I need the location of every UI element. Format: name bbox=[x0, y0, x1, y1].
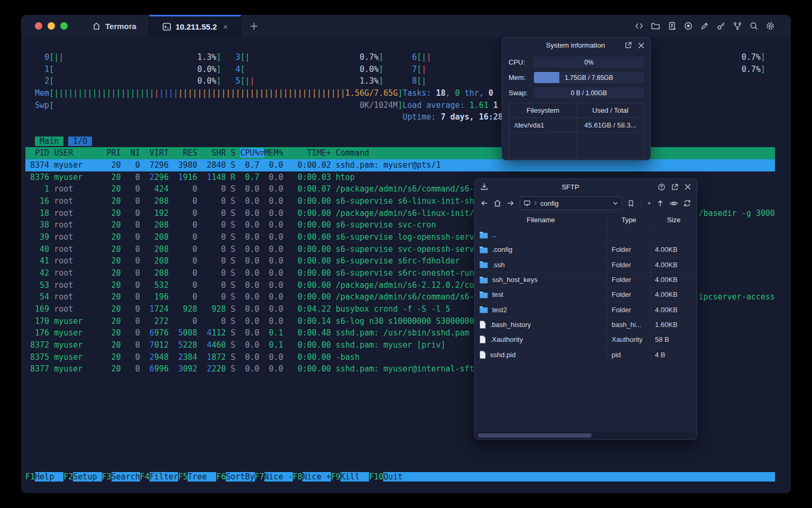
column-filename[interactable]: Filename bbox=[475, 212, 607, 227]
maximize-window-button[interactable] bbox=[60, 22, 68, 30]
file-name: .Xauthority bbox=[490, 335, 523, 343]
table-filler-left bbox=[509, 133, 577, 158]
uptime-line: Uptime: 7 days, 16:28 bbox=[25, 111, 775, 123]
path-input[interactable]: config bbox=[520, 196, 622, 210]
file-icon bbox=[479, 351, 486, 359]
cpu-value: 0% bbox=[534, 57, 644, 68]
function-key-bar[interactable]: F1Help F2Setup F3SearchF4FilterF5Tree F6… bbox=[25, 471, 775, 483]
used-total-cell[interactable]: 45.61GB / 58.3... bbox=[577, 118, 643, 133]
refresh-icon[interactable] bbox=[683, 199, 691, 207]
new-tab-button[interactable] bbox=[241, 15, 267, 37]
close-icon[interactable] bbox=[684, 183, 691, 190]
file-row[interactable]: test2Folder4.00KB bbox=[475, 302, 697, 317]
file-icon bbox=[479, 321, 486, 329]
mem-label: Mem: bbox=[509, 74, 534, 81]
system-information-title: System information bbox=[532, 41, 619, 49]
help-icon[interactable] bbox=[658, 183, 666, 191]
horizontal-scrollbar[interactable] bbox=[475, 432, 697, 439]
file-size: 4.00KB bbox=[651, 258, 697, 272]
download-icon[interactable] bbox=[480, 183, 488, 191]
filesystem-table: Filesystem Used / Total /dev/vda1 45.61G… bbox=[509, 103, 644, 159]
folder-icon bbox=[479, 261, 488, 268]
file-type: bash_hi... bbox=[607, 318, 651, 332]
folder-icon[interactable] bbox=[651, 21, 660, 31]
file-row[interactable]: .bash_historybash_hi...1.60KB bbox=[475, 318, 697, 332]
close-window-button[interactable] bbox=[35, 22, 42, 30]
log-icon[interactable] bbox=[667, 21, 677, 31]
file-row[interactable]: .XauthorityXauthority58 B bbox=[475, 332, 697, 347]
tab-host[interactable]: 10.211.55.2 × bbox=[149, 15, 241, 37]
column-type[interactable]: Type bbox=[607, 212, 651, 227]
code-icon[interactable] bbox=[634, 21, 644, 31]
file-row[interactable]: .configFolder4.00KB bbox=[475, 242, 697, 257]
file-size: 4.00KB bbox=[651, 242, 697, 257]
swap-label: Swap: bbox=[509, 89, 534, 97]
key-icon[interactable] bbox=[716, 21, 726, 31]
close-tab-icon[interactable]: × bbox=[223, 22, 228, 31]
cpu-label: CPU: bbox=[509, 58, 534, 66]
file-row[interactable]: .. bbox=[475, 228, 697, 242]
sftp-toolbar: config ▼ bbox=[475, 195, 697, 212]
sftp-titlebar: SFTP bbox=[475, 179, 697, 195]
column-size[interactable]: Size bbox=[651, 212, 697, 227]
forward-icon[interactable] bbox=[506, 199, 515, 207]
search-icon[interactable] bbox=[749, 21, 759, 31]
open-in-new-icon[interactable] bbox=[624, 41, 632, 49]
htop-view-tabs[interactable]: Main I/O bbox=[25, 135, 775, 148]
app-window: Termora 10.211.55.2 × bbox=[21, 15, 791, 493]
filesystem-header: Filesystem bbox=[509, 103, 577, 118]
sftp-file-list: ...configFolder4.00KB.sshFolder4.00KBssh… bbox=[475, 228, 697, 362]
bookmark-icon[interactable] bbox=[627, 199, 635, 207]
bookmark-dropdown-icon[interactable]: ▼ bbox=[647, 201, 651, 206]
terminal-line bbox=[25, 123, 775, 135]
file-row[interactable]: testFolder4.00KB bbox=[475, 287, 697, 302]
file-type: Xauthority bbox=[607, 332, 651, 347]
file-name: sshd.pid bbox=[490, 351, 515, 359]
swap-value: 0 B / 1.00GB bbox=[534, 87, 644, 98]
mem-progressbar: 1.75GB / 7.65GB bbox=[534, 72, 644, 83]
chevron-down-icon[interactable] bbox=[612, 200, 619, 206]
cpu-meter-row: 0[|| 1.3%] 3[| 0.7%] 6[|| 0.7%] bbox=[25, 51, 775, 64]
toolbar-divider bbox=[641, 199, 641, 207]
edit-icon[interactable] bbox=[700, 21, 709, 31]
titlebar: Termora 10.211.55.2 × bbox=[21, 15, 791, 37]
titlebar-spacer bbox=[267, 15, 634, 37]
file-type bbox=[607, 228, 651, 242]
device-icon bbox=[523, 199, 531, 207]
back-icon[interactable] bbox=[480, 199, 488, 207]
scrollbar-thumb[interactable] bbox=[478, 433, 592, 438]
file-type: Folder bbox=[607, 287, 651, 302]
file-name: test2 bbox=[492, 306, 507, 314]
process-table-header[interactable]: PID USER PRI NI VIRT RES SHR S CPU%▽MEM%… bbox=[25, 147, 775, 159]
file-type: Folder bbox=[607, 258, 651, 272]
process-row[interactable]: 8374 myuser 20 0 7296 3980 2840 S 0.7 0.… bbox=[25, 159, 775, 171]
settings-icon[interactable] bbox=[765, 21, 775, 31]
filesystem-cell[interactable]: /dev/vda1 bbox=[509, 118, 577, 133]
file-size: 4.00KB bbox=[651, 287, 697, 302]
minimize-window-button[interactable] bbox=[48, 22, 55, 30]
file-name: .ssh bbox=[492, 261, 505, 269]
tab-termora[interactable]: Termora bbox=[79, 15, 149, 37]
preview-icon[interactable] bbox=[669, 199, 678, 208]
close-icon[interactable] bbox=[638, 42, 645, 49]
record-icon[interactable] bbox=[684, 21, 693, 31]
open-in-new-icon[interactable] bbox=[671, 183, 679, 191]
file-name: .. bbox=[492, 231, 496, 239]
system-information-body: CPU: 0% Mem: 1.75GB / 7.65GB Swap: 0 B /… bbox=[502, 53, 650, 159]
table-filler-right bbox=[577, 133, 643, 158]
mem-meter: Mem[||||||||||||||||||||||||||||||||||||… bbox=[25, 87, 775, 99]
branch-icon[interactable] bbox=[733, 21, 742, 31]
cpu-meter-row: 1[ 0.0%] 4[ 0.0%] 7[| 0.7%] bbox=[25, 64, 775, 76]
folder-icon bbox=[479, 231, 488, 239]
sftp-title: SFTP bbox=[488, 183, 652, 191]
swap-meter-row: Swap: 0 B / 1.00GB bbox=[509, 87, 644, 98]
sftp-panel: SFTP bbox=[474, 178, 697, 440]
file-row[interactable]: ssh_host_keysFolder4.00KB bbox=[475, 273, 697, 287]
upload-icon[interactable] bbox=[656, 199, 665, 207]
file-row[interactable]: .sshFolder4.00KB bbox=[475, 258, 697, 273]
file-row[interactable]: sshd.pidpid4 B bbox=[475, 347, 697, 362]
cpu-progressbar: 0% bbox=[534, 57, 644, 68]
folder-icon bbox=[479, 276, 488, 284]
cpu-meter-row: CPU: 0% bbox=[509, 57, 644, 68]
home-icon[interactable] bbox=[493, 199, 502, 207]
